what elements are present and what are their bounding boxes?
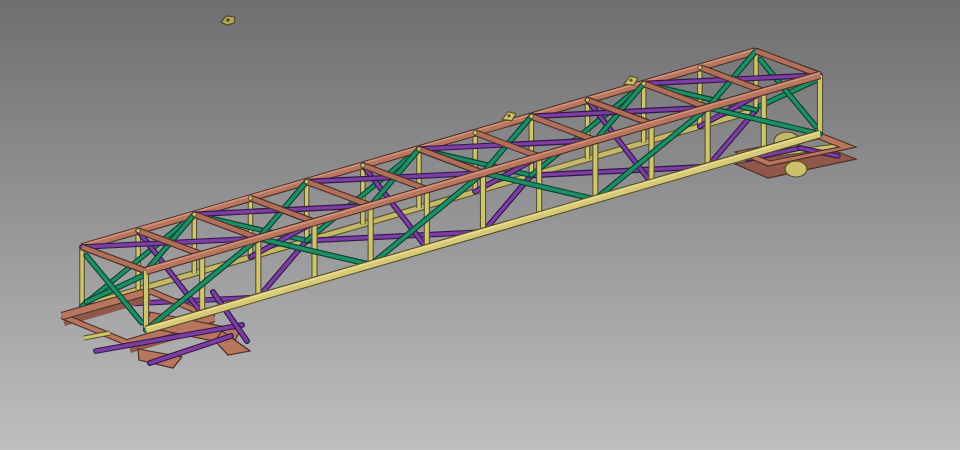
connector-gusset[interactable] <box>529 114 533 118</box>
connector-gusset[interactable] <box>192 212 196 216</box>
connector-gusset[interactable] <box>361 163 365 167</box>
near-top-chord-member[interactable] <box>146 75 820 271</box>
connector-gusset[interactable] <box>417 147 421 151</box>
connector-gusset[interactable] <box>248 196 252 200</box>
connector-gusset[interactable] <box>698 65 702 69</box>
connector-gusset[interactable] <box>585 98 589 102</box>
connector-gusset[interactable] <box>136 228 140 232</box>
connector-gusset[interactable] <box>473 130 477 134</box>
connector-gusset[interactable] <box>304 179 308 183</box>
floating-clip-part[interactable] <box>221 16 235 25</box>
floating-clip-hole <box>226 18 230 22</box>
connector-gusset[interactable] <box>641 81 645 85</box>
lifting-lug-hole <box>507 114 510 117</box>
left-sled-crossbeam-0[interactable] <box>62 316 128 343</box>
lifting-lug-hole <box>629 79 632 82</box>
truss-3d-model[interactable] <box>0 0 960 450</box>
near-top-chord[interactable] <box>146 73 820 271</box>
near-top-chord-member-highlight[interactable] <box>146 73 820 269</box>
cad-viewport[interactable] <box>0 0 960 450</box>
carriage-drum-front[interactable] <box>785 161 807 177</box>
